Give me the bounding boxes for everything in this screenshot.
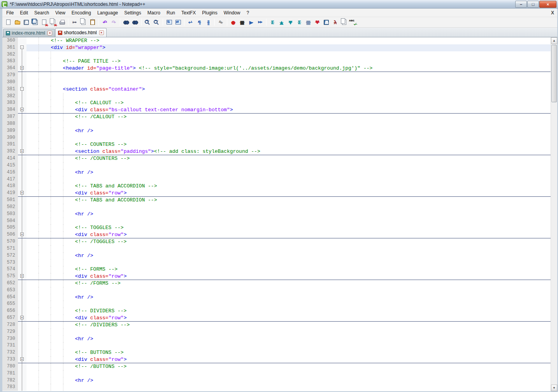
code-line-656[interactable]: 656<!-- DIVIDERS --> (2, 308, 551, 315)
code-text[interactable]: <section class="paddings"><!-- add class… (26, 148, 551, 155)
fold-margin[interactable] (18, 224, 26, 231)
code-text[interactable] (26, 79, 551, 86)
line-number[interactable]: 570 (2, 238, 18, 245)
fold-margin[interactable] (18, 252, 26, 259)
line-number[interactable]: 656 (2, 308, 18, 315)
fold-margin[interactable] (18, 342, 26, 349)
fold-margin[interactable] (18, 93, 26, 100)
code-text[interactable]: <!-- BUTTONS --> (26, 349, 551, 356)
code-line-652[interactable]: 652<!-- /FORMS --> (2, 280, 551, 287)
textfx-sort-ascending-button[interactable]: ▲ (277, 18, 286, 26)
code-line-570[interactable]: 570<!-- /TOGGLES --> (2, 238, 551, 245)
menu-item-macro[interactable]: Macro (144, 9, 163, 17)
code-line-380[interactable]: 380 (2, 79, 551, 86)
code-text[interactable] (26, 342, 551, 349)
fold-margin[interactable] (18, 377, 26, 384)
fold-expand-icon[interactable]: + (20, 233, 24, 236)
save-button[interactable] (22, 18, 30, 26)
code-line-502[interactable]: 502 (2, 204, 551, 211)
code-line-657[interactable]: 657+<div class="row"> (2, 315, 551, 322)
spell-check-button[interactable]: ✓ABC (349, 18, 357, 26)
line-number[interactable]: 392 (2, 148, 18, 155)
code-text[interactable]: <!-- /TOGGLES --> (26, 238, 551, 245)
code-text[interactable]: <hr /> (26, 336, 551, 343)
code-line-392[interactable]: 392+<section class="paddings"><!-- add c… (2, 148, 551, 155)
code-text[interactable]: <!-- COUNTERS --> (26, 141, 551, 148)
macro-playback-button[interactable]: ▶ (247, 18, 255, 26)
print-button[interactable] (58, 18, 66, 26)
code-text[interactable]: <!-- TOGGLES --> (26, 224, 551, 231)
code-line-360[interactable]: 360<!-- WRAPPER --> (2, 37, 551, 44)
fold-margin[interactable]: - (18, 86, 26, 93)
line-number[interactable]: 379 (2, 72, 18, 79)
line-number[interactable]: 574 (2, 266, 18, 273)
code-line-384[interactable]: 384+<div class="bs-callout text-center n… (2, 107, 551, 114)
fold-margin[interactable] (18, 245, 26, 252)
line-number[interactable]: 730 (2, 336, 18, 343)
fold-margin[interactable]: + (18, 148, 26, 155)
fold-margin[interactable] (18, 329, 26, 336)
menu-item-textfx[interactable]: TextFX (178, 9, 199, 17)
new-file-button[interactable] (4, 18, 12, 26)
line-number[interactable]: 731 (2, 342, 18, 349)
line-number[interactable]: 505 (2, 224, 18, 231)
code-line-572[interactable]: 572<hr /> (2, 252, 551, 259)
line-number[interactable]: 654 (2, 294, 18, 301)
line-number[interactable]: 364 (2, 65, 18, 72)
code-text[interactable]: <!-- DIVIDERS --> (26, 308, 551, 315)
tab-shortcodes[interactable]: shortcodes.html× (55, 28, 107, 37)
code-text[interactable]: <!-- WRAPPER --> (26, 37, 551, 44)
code-text[interactable]: <div class="row"> (26, 356, 551, 363)
code-line-780[interactable]: 780<!-- /BUTTONS --> (2, 363, 551, 370)
code-text[interactable] (26, 176, 551, 183)
macro-record-button[interactable]: ● (229, 18, 237, 26)
line-number[interactable]: 503 (2, 211, 18, 218)
code-line-363[interactable]: 363<!-- PAGE TITLE --> (2, 58, 551, 65)
code-text[interactable]: <!-- /CALLOUT --> (26, 114, 551, 121)
fold-expand-icon[interactable]: + (20, 149, 24, 153)
macro-stop-button[interactable]: ■ (238, 18, 246, 26)
code-text[interactable]: <hr /> (26, 252, 551, 259)
code-line-655[interactable]: 655 (2, 301, 551, 308)
line-number[interactable]: 780 (2, 363, 18, 370)
replace-button[interactable] (131, 18, 139, 26)
code-line-501[interactable]: 501<!-- TABS and ACCORDION --> (2, 197, 551, 204)
code-line-383[interactable]: 383<!-- CALLOUT --> (2, 100, 551, 107)
code-line-783[interactable]: 783 (2, 384, 551, 391)
line-number[interactable]: 506 (2, 231, 18, 238)
code-text[interactable] (26, 370, 551, 377)
tab-close-icon[interactable]: × (47, 31, 52, 35)
code-line-653[interactable]: 653 (2, 287, 551, 294)
code-text[interactable]: <div class="row"> (26, 190, 551, 197)
fold-margin[interactable] (18, 322, 26, 329)
textfx-sigma-button[interactable]: Σ (268, 18, 277, 26)
code-line-732[interactable]: 732<!-- BUTTONS --> (2, 349, 551, 356)
code-line-389[interactable]: 389<hr /> (2, 128, 551, 135)
fold-margin[interactable] (18, 204, 26, 211)
fold-margin[interactable] (18, 211, 26, 218)
fold-expand-icon[interactable]: + (20, 108, 24, 111)
fold-margin[interactable] (18, 294, 26, 301)
line-number[interactable]: 415 (2, 162, 18, 169)
code-line-733[interactable]: 733+<div class="row"> (2, 356, 551, 363)
code-text[interactable]: <hr /> (26, 169, 551, 176)
line-number[interactable]: 728 (2, 322, 18, 329)
code-text[interactable]: <section class="container"> (26, 86, 551, 93)
code-text[interactable]: <header id="page-title"> <!-- style="bac… (26, 65, 551, 72)
line-number[interactable]: 501 (2, 197, 18, 204)
line-number[interactable]: 419 (2, 190, 18, 197)
line-number[interactable]: 360 (2, 37, 18, 44)
code-line-416[interactable]: 416<hr /> (2, 169, 551, 176)
fold-margin[interactable] (18, 197, 26, 204)
code-line-387[interactable]: 387<!-- /CALLOUT --> (2, 114, 551, 121)
fold-margin[interactable] (18, 384, 26, 391)
code-line-574[interactable]: 574<!-- FORMS --> (2, 266, 551, 273)
line-number[interactable]: 416 (2, 169, 18, 176)
scroll-down-icon[interactable]: ▼ (551, 385, 557, 391)
fold-margin[interactable]: + (18, 65, 26, 72)
fold-margin[interactable] (18, 301, 26, 308)
code-text[interactable]: <div class="row"> (26, 231, 551, 238)
fold-margin[interactable] (18, 169, 26, 176)
fold-margin[interactable] (18, 363, 26, 370)
code-text[interactable] (26, 204, 551, 211)
